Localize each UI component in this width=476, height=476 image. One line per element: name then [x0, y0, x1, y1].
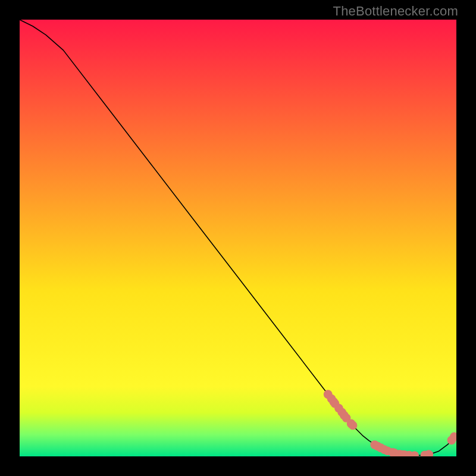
gradient-background	[20, 20, 456, 456]
curve-dot	[349, 421, 358, 430]
bottleneck-chart	[20, 20, 456, 456]
watermark-text: TheBottlenecker.com	[333, 4, 458, 19]
plot-area	[20, 20, 456, 456]
chart-stage: TheBottlenecker.com	[0, 0, 476, 476]
